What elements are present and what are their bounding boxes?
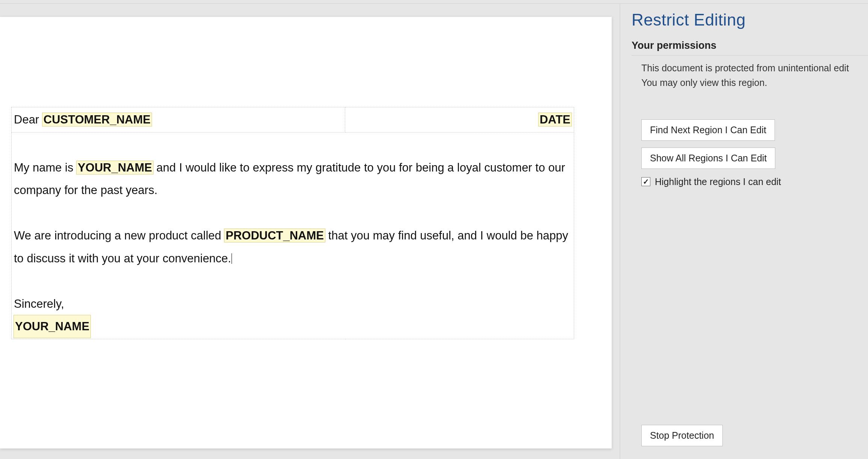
- find-next-region-button[interactable]: Find Next Region I Can Edit: [641, 119, 775, 141]
- show-all-regions-button[interactable]: Show All Regions I Can Edit: [641, 147, 775, 169]
- table-row: My name is YOUR_NAME and I would like to…: [12, 132, 574, 339]
- para2-before: We are introducing a new product called: [14, 229, 224, 242]
- greeting-prefix: Dear: [14, 113, 42, 126]
- body-cell: My name is YOUR_NAME and I would like to…: [12, 132, 574, 339]
- permissions-rule: [632, 55, 868, 56]
- highlight-regions-checkbox[interactable]: [641, 177, 650, 186]
- pane-buttons: Find Next Region I Can Edit Show All Reg…: [632, 119, 868, 187]
- field-product-name[interactable]: PRODUCT_NAME: [224, 229, 325, 242]
- table-row: Dear CUSTOMER_NAME DATE: [12, 107, 574, 132]
- highlight-regions-label: Highlight the regions I can edit: [655, 176, 781, 187]
- field-signature-name[interactable]: YOUR_NAME: [14, 315, 90, 338]
- stop-protection-wrap: Stop Protection: [641, 425, 723, 446]
- closing-text: Sincerely,: [14, 297, 64, 310]
- date-cell: DATE: [345, 107, 574, 132]
- permissions-line2: You may only view this region.: [632, 75, 868, 90]
- pane-title: Restrict Editing: [632, 11, 868, 29]
- document-page[interactable]: Dear CUSTOMER_NAME DATE My name is YOUR_…: [0, 17, 612, 448]
- restrict-editing-pane: Restrict Editing Your permissions This d…: [620, 4, 868, 459]
- main-area: Dear CUSTOMER_NAME DATE My name is YOUR_…: [0, 4, 868, 459]
- field-your-name[interactable]: YOUR_NAME: [77, 161, 153, 174]
- permissions-header: Your permissions: [632, 40, 868, 51]
- letter-table: Dear CUSTOMER_NAME DATE My name is YOUR_…: [11, 107, 574, 339]
- highlight-regions-row[interactable]: Highlight the regions I can edit: [641, 176, 781, 187]
- ribbon-edge: [0, 0, 868, 4]
- stop-protection-button[interactable]: Stop Protection: [641, 425, 723, 446]
- document-viewport[interactable]: Dear CUSTOMER_NAME DATE My name is YOUR_…: [0, 4, 620, 459]
- page-gap: [0, 455, 620, 459]
- field-customer-name[interactable]: CUSTOMER_NAME: [42, 113, 152, 126]
- permissions-line1: This document is protected from unintent…: [632, 61, 868, 75]
- greeting-cell: Dear CUSTOMER_NAME: [12, 107, 345, 132]
- field-date[interactable]: DATE: [539, 113, 572, 126]
- para1-before: My name is: [14, 161, 77, 174]
